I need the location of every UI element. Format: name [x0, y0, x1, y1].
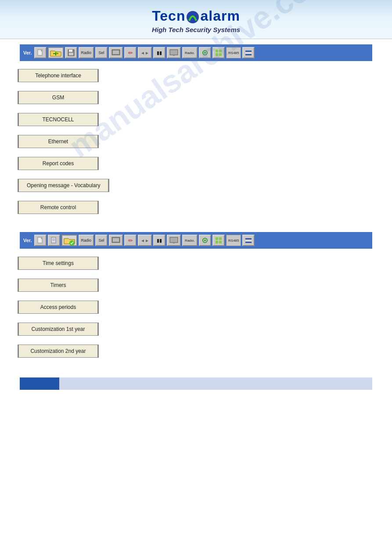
- svg-rect-32: [216, 241, 218, 243]
- toolbar-arrows-btn-1[interactable]: ◄►: [138, 47, 152, 58]
- svg-rect-4: [69, 50, 72, 52]
- monitor-icon-2: [169, 237, 178, 244]
- logo: Tecn alarm: [0, 8, 392, 24]
- svg-rect-8: [170, 50, 178, 55]
- toolbar-pencil-btn-2[interactable]: ✏: [124, 235, 137, 246]
- svg-rect-31: [219, 237, 222, 240]
- svg-rect-5: [69, 53, 73, 55]
- toolbar-save-btn-1[interactable]: [65, 47, 77, 58]
- svg-point-29: [204, 239, 206, 241]
- header-subtitle: High Tech Security Systems: [0, 26, 392, 33]
- svg-rect-16: [245, 51, 252, 52]
- toolbar-battery-btn-2[interactable]: ▮▮: [153, 235, 165, 246]
- radio-label-1: Radio: [81, 51, 92, 55]
- signal-icon-2: [201, 237, 209, 244]
- svg-rect-13: [219, 50, 222, 52]
- toolbar-flag-btn-2[interactable]: [242, 235, 255, 246]
- toolbar-monitor-btn-2[interactable]: [167, 235, 181, 246]
- new-doc-icon-2: [37, 237, 44, 244]
- radio2-label-1: Radio.: [185, 51, 195, 55]
- toolbar-sel-btn-1[interactable]: Sel: [95, 47, 108, 58]
- logo-text-after: alarm: [200, 8, 240, 24]
- folder-open-icon-2: [63, 235, 76, 246]
- toolbar-radio2-btn-1[interactable]: Radio.: [182, 47, 198, 58]
- bottom-bar-light-section: [59, 377, 372, 390]
- opening-message-btn[interactable]: Opening message - Vocabulary: [18, 179, 109, 192]
- toolbar-grid-btn-1[interactable]: [212, 47, 225, 58]
- doc-icon-2: [50, 237, 58, 244]
- toolbar-flag-btn-1[interactable]: [242, 47, 255, 58]
- flag-icon-2: [245, 237, 252, 244]
- ver-label-1: Ver.: [23, 50, 32, 55]
- grid-icon-2: [215, 237, 222, 244]
- toolbar-doc-btn-2[interactable]: [48, 235, 60, 246]
- svg-rect-12: [216, 50, 218, 52]
- svg-rect-17: [245, 52, 252, 54]
- monitor-icon-1: [169, 49, 178, 56]
- toolbar-signal-btn-2[interactable]: [199, 235, 211, 246]
- toolbar-screen-btn-2[interactable]: [109, 235, 123, 246]
- pencil-icon-2: ✏: [128, 237, 133, 244]
- toolbar-battery-btn-1[interactable]: ▮▮: [153, 47, 165, 58]
- rs485-label-1: RS485: [228, 51, 239, 55]
- new-doc-icon: [37, 49, 44, 56]
- tecnocell-btn[interactable]: TECNOCELL: [18, 113, 99, 126]
- svg-rect-7: [113, 51, 119, 54]
- toolbar-screen-btn-1[interactable]: [109, 47, 123, 58]
- svg-rect-26: [170, 237, 178, 243]
- section-1-menu: Telephone interface GSM TECNOCELL Ethern…: [0, 61, 392, 225]
- toolbar-monitor-btn-1[interactable]: [167, 47, 181, 58]
- remote-control-btn[interactable]: Remote control: [18, 201, 99, 214]
- save-icon-1: [68, 49, 75, 56]
- toolbar-folder-open-btn-1[interactable]: [48, 47, 64, 58]
- flag-icon-1: [245, 49, 252, 56]
- rs485-label-2: RS485: [228, 239, 239, 243]
- toolbar-2: Ver. Radio: [20, 232, 372, 249]
- toolbar-sel-btn-2[interactable]: Sel: [95, 235, 108, 246]
- ver-label-2: Ver.: [23, 238, 32, 243]
- svg-rect-14: [216, 53, 218, 56]
- toolbar-signal-btn-1[interactable]: [199, 47, 211, 58]
- toolbar-folder-open-btn-2[interactable]: [61, 235, 77, 246]
- svg-rect-35: [245, 240, 252, 241]
- logo-text-before: Tecn: [152, 8, 185, 24]
- header: Tecn alarm High Tech Security Systems: [0, 0, 392, 39]
- folder-open-icon-1: [50, 47, 62, 58]
- pencil-icon-1: ✏: [128, 50, 133, 56]
- toolbar-radio-btn-2[interactable]: Radio: [79, 235, 94, 246]
- telephone-interface-btn[interactable]: Telephone interface: [18, 69, 99, 82]
- battery-icon-2: ▮▮: [157, 238, 162, 243]
- toolbar-radio-btn-1[interactable]: Radio: [79, 47, 94, 58]
- toolbar-new-btn-2[interactable]: [34, 235, 47, 246]
- arrows-icon-2: ◄►: [140, 238, 149, 243]
- svg-rect-27: [173, 243, 175, 243]
- svg-point-11: [204, 52, 206, 54]
- screen-icon-2: [111, 237, 120, 244]
- toolbar-rs485-btn-1[interactable]: RS485: [226, 47, 241, 58]
- grid-icon-1: [215, 49, 222, 56]
- toolbar-new-btn-1[interactable]: [34, 47, 47, 58]
- timers-btn[interactable]: Timers: [18, 279, 99, 292]
- bottom-bar-blue-section: [20, 377, 59, 390]
- toolbar-grid-btn-2[interactable]: [212, 235, 225, 246]
- gsm-btn[interactable]: GSM: [18, 91, 99, 104]
- toolbar-1: Ver.: [20, 44, 372, 61]
- report-codes-btn[interactable]: Report codes: [18, 157, 99, 170]
- ethernet-btn[interactable]: Ethernet: [18, 135, 99, 148]
- svg-rect-9: [173, 55, 175, 56]
- signal-icon-1: [201, 49, 209, 56]
- toolbar-radio2-btn-2[interactable]: Radio.: [182, 235, 198, 246]
- arrows-icon-1: ◄►: [140, 51, 149, 55]
- customization-2nd-year-btn[interactable]: Customization 2nd year: [18, 345, 99, 358]
- access-periods-btn[interactable]: Access periods: [18, 301, 99, 314]
- section-2-menu: Time settings Timers Access periods Cust…: [0, 249, 392, 369]
- time-settings-btn[interactable]: Time settings: [18, 257, 99, 270]
- toolbar-pencil-btn-1[interactable]: ✏: [124, 47, 137, 58]
- radio-label-2: Radio: [81, 238, 92, 243]
- toolbar-rs485-btn-2[interactable]: RS485: [226, 235, 241, 246]
- toolbar-arrows-btn-2[interactable]: ◄►: [138, 235, 152, 246]
- svg-rect-18: [245, 54, 252, 55]
- customization-1st-year-btn[interactable]: Customization 1st year: [18, 323, 99, 336]
- radio2-label-2: Radio.: [185, 239, 195, 243]
- svg-rect-30: [216, 237, 218, 240]
